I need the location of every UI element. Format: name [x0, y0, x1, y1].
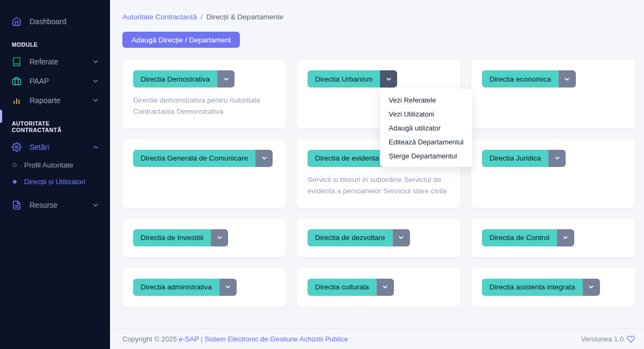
department-button[interactable]: Directia de Control	[482, 229, 557, 246]
sidebar-section-header-module: MODULE	[0, 31, 110, 52]
footer-version: Versiunea 1.0	[581, 335, 635, 343]
department-dropdown-toggle[interactable]	[211, 229, 228, 246]
breadcrumb: Autoritate Contractantă / Direcții & Dep…	[122, 13, 635, 21]
sidebar-subitem-label: Direcții și Utilizatori	[24, 178, 85, 186]
bullet-circle-icon	[13, 163, 17, 167]
department-dropdown-toggle[interactable]	[217, 70, 235, 88]
footer-brand-link[interactable]: e-SAP	[179, 335, 199, 343]
department-card: Directia Juridica	[471, 139, 635, 208]
bar-chart-icon	[12, 96, 21, 105]
sidebar-item-dashboard[interactable]: Dashboard	[0, 12, 110, 31]
breadcrumb-link-autoritate[interactable]: Autoritate Contractantă	[122, 13, 197, 21]
chevron-down-icon	[216, 234, 223, 241]
sidebar-item-setari[interactable]: Setări	[0, 137, 110, 157]
home-icon	[12, 17, 21, 26]
department-card: Directia culturala	[297, 268, 460, 307]
departments-grid: Directia DemostrativaDirectie demonstrat…	[122, 60, 635, 307]
chevron-down-icon	[261, 155, 268, 162]
chevron-down-icon	[224, 283, 231, 290]
department-button[interactable]: Directia economica	[482, 70, 559, 88]
version-text: Versiunea 1.0	[581, 335, 624, 343]
sidebar-item-label: Resurse	[30, 201, 57, 209]
sidebar-item-referate[interactable]: Referate	[0, 52, 110, 71]
department-dropdown-toggle[interactable]	[219, 279, 237, 296]
department-dropdown-toggle[interactable]	[583, 279, 600, 296]
department-dropdown-toggle[interactable]	[377, 279, 394, 296]
chevron-down-icon	[562, 234, 569, 241]
department-button[interactable]: Directia Juridica	[482, 150, 548, 167]
sidebar-item-label: Dashboard	[30, 17, 67, 26]
department-button-group: Directia de dezvoltare	[308, 229, 410, 246]
department-button[interactable]: Directia Generala de Comunicare	[133, 150, 255, 167]
footer-copyright: Copyright © 2025 e-SAP | Sistem Electron…	[122, 335, 348, 343]
department-dropdown-menu: Vezi ReferateleVezi UtilizatoriiAdaugă u…	[380, 89, 472, 167]
department-button[interactable]: Directia de Investitii	[133, 229, 211, 246]
department-dropdown-toggle[interactable]	[255, 150, 273, 167]
chevron-down-icon	[92, 201, 99, 209]
department-button[interactable]: Directia de evidenta	[308, 150, 386, 167]
department-card: Directia economica	[471, 60, 635, 128]
sidebar-item-paap[interactable]: PAAP	[0, 71, 110, 91]
breadcrumb-separator: /	[201, 13, 203, 21]
department-button[interactable]: Directia culturala	[308, 279, 377, 296]
content-area: Autoritate Contractantă / Direcții & Dep…	[110, 0, 644, 329]
chevron-down-icon	[564, 76, 570, 83]
department-dropdown-toggle[interactable]	[380, 70, 397, 88]
add-department-button[interactable]: Adaugă Direcție / Departament	[122, 32, 240, 48]
file-icon	[12, 200, 21, 210]
footer-separator: |	[201, 335, 202, 343]
footer: Copyright © 2025 e-SAP | Sistem Electron…	[110, 329, 644, 349]
department-dropdown-toggle[interactable]	[393, 229, 410, 246]
department-dropdown-toggle[interactable]	[559, 70, 576, 88]
dropdown-menu-item[interactable]: Șterge Departamentul	[380, 149, 472, 163]
department-button-group: Directia Generala de Comunicare	[133, 150, 273, 167]
chevron-down-icon	[398, 234, 405, 241]
sidebar-item-rapoarte[interactable]: Rapoarte	[0, 91, 110, 110]
dropdown-menu-item[interactable]: Vezi Utilizatorii	[380, 107, 472, 121]
chevron-down-icon	[223, 76, 230, 83]
department-description: Directie demonstrativa pentru Autoritate…	[133, 95, 274, 118]
dropdown-menu-item[interactable]: Adaugă utilizator	[380, 121, 472, 135]
copyright-text: Copyright © 2025	[122, 335, 177, 343]
department-card: Directia de Control	[471, 219, 635, 257]
department-button-group: Directia Juridica	[482, 150, 566, 167]
department-card: Directia DemostrativaDirectie demonstrat…	[122, 60, 286, 128]
department-dropdown-toggle[interactable]	[548, 150, 566, 167]
chevron-down-icon	[92, 58, 99, 66]
sidebar-item-resurse[interactable]: Resurse	[0, 195, 110, 215]
department-button[interactable]: Directia asistenta integrata	[482, 279, 583, 296]
sidebar-subitem-directii-utilizatori[interactable]: Direcții și Utilizatori	[0, 173, 110, 190]
department-card: Directia asistenta integrata	[471, 268, 635, 307]
department-card: Directia de dezvoltare	[297, 219, 460, 257]
book-icon	[12, 57, 21, 67]
department-button[interactable]: Directia Demostrativa	[133, 70, 217, 88]
department-card: Directia UrbanismVezi ReferateleVezi Uti…	[297, 60, 460, 128]
chevron-down-icon	[382, 283, 389, 290]
heart-icon	[627, 335, 635, 343]
department-card: Directia Generala de Comunicare	[122, 139, 286, 208]
sidebar-item-label: Rapoarte	[30, 96, 61, 105]
department-button-group: Directia UrbanismVezi ReferateleVezi Uti…	[308, 70, 397, 88]
department-description: Servicii si bioruri in subordine Servici…	[308, 174, 448, 197]
department-button[interactable]: Directia de dezvoltare	[308, 229, 393, 246]
department-button-group: Directia economica	[482, 70, 576, 88]
sidebar-item-label: Referate	[30, 57, 58, 66]
briefcase-icon	[12, 76, 21, 86]
sidebar: Dashboard MODULE Referate PAAP	[0, 0, 110, 349]
footer-system-link[interactable]: Sistem Electronic de Gestiune Achizitii …	[204, 335, 348, 343]
sidebar-subitem-label: Profil Autoritate	[24, 161, 74, 169]
dropdown-menu-item[interactable]: Vezi Referatele	[380, 93, 472, 107]
department-card: Directia de Investitii	[122, 219, 286, 257]
chevron-down-icon	[554, 155, 561, 162]
department-button[interactable]: Directia administrativa	[133, 279, 219, 296]
department-button[interactable]: Directia Urbanism	[308, 70, 380, 88]
department-dropdown-toggle[interactable]	[557, 229, 574, 246]
active-route-indicator	[0, 110, 2, 123]
chevron-up-icon	[92, 143, 99, 151]
main-area: Autoritate Contractantă / Direcții & Dep…	[110, 0, 644, 349]
sidebar-item-label: Setări	[30, 143, 49, 151]
sidebar-subitem-profil-autoritate[interactable]: Profil Autoritate	[0, 157, 110, 173]
department-button-group: Directia de Control	[482, 229, 574, 246]
dropdown-menu-item[interactable]: Editează Departamentul	[380, 135, 472, 149]
chevron-down-icon	[588, 283, 595, 290]
